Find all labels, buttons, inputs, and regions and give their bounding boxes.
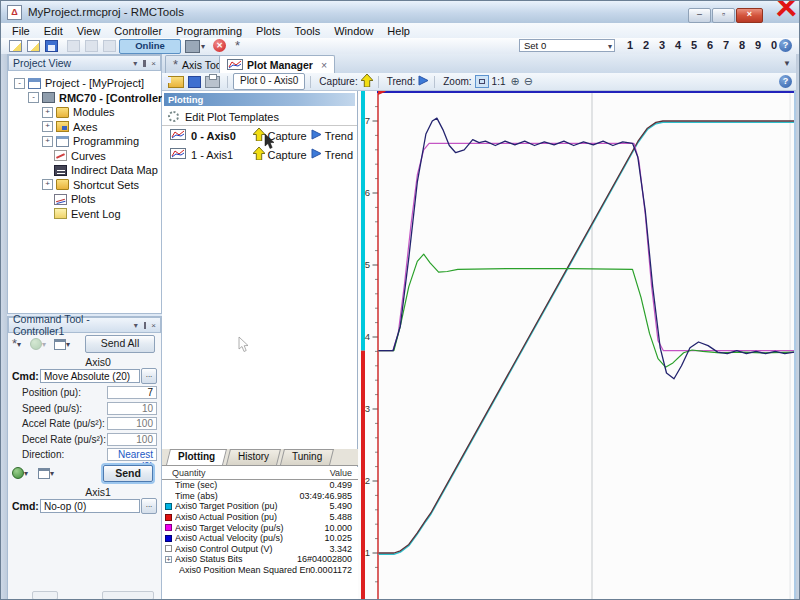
zoom-out-icon[interactable]: ⊖ xyxy=(524,75,533,88)
param-value-field[interactable]: 7 xyxy=(107,386,157,399)
capture-button[interactable]: Capture xyxy=(268,149,307,161)
help-icon[interactable]: ? xyxy=(779,75,792,88)
tree-item-modules[interactable]: +Modules xyxy=(8,105,161,120)
online-orb-icon[interactable] xyxy=(12,467,24,479)
quick-set-6[interactable]: 6 xyxy=(705,39,715,51)
trend-button[interactable]: Trend xyxy=(325,149,353,161)
quick-set-7[interactable]: 7 xyxy=(721,39,731,51)
title-bar[interactable]: Δ MyProject.rmcproj - RMCTools xyxy=(1,1,800,24)
pin-icon[interactable] xyxy=(144,322,147,329)
overlay-close-icon[interactable]: ✕ xyxy=(774,0,799,23)
menu-tools[interactable]: Tools xyxy=(288,25,328,37)
tree-item-curves[interactable]: Curves xyxy=(8,149,161,164)
plot-name[interactable]: 1 - Axis1 xyxy=(191,149,253,161)
menu-window[interactable]: Window xyxy=(327,25,380,37)
trend-icon[interactable] xyxy=(311,148,322,161)
pin-icon[interactable] xyxy=(143,60,146,67)
plot-canvas[interactable]: 1234567 xyxy=(358,91,796,600)
command-window-icon[interactable] xyxy=(54,339,66,350)
go-offline-icon[interactable]: ✕ xyxy=(213,39,226,52)
tab-tuning[interactable]: Tuning xyxy=(280,449,334,465)
tree-expander-icon[interactable]: - xyxy=(14,78,25,89)
tree-expander-icon[interactable]: + xyxy=(42,107,53,118)
tree-item-indirect-data-map[interactable]: Indirect Data Map xyxy=(8,163,161,178)
zoom-fit-button[interactable] xyxy=(475,75,489,88)
quick-set-9[interactable]: 9 xyxy=(753,39,763,51)
panel-menu-icon[interactable]: ▾ xyxy=(134,321,138,330)
panel-close-icon[interactable]: × xyxy=(151,321,156,330)
command-browse-button[interactable]: ... xyxy=(141,498,157,514)
close-button[interactable]: × xyxy=(736,8,763,23)
tree-item-project-myproject[interactable]: -Project - [MyProject] xyxy=(8,76,161,91)
command-tool-titlebar[interactable]: Command Tool - Controller1 ▾ × xyxy=(8,317,161,333)
quick-set-0[interactable]: 0 xyxy=(769,39,779,51)
wizard-icon[interactable]: * xyxy=(235,40,240,52)
edit-plot-templates[interactable]: Edit Plot Templates xyxy=(162,108,357,126)
menu-controller[interactable]: Controller xyxy=(107,25,169,37)
tree-item-axes[interactable]: +Axes xyxy=(8,120,161,135)
quick-set-2[interactable]: 2 xyxy=(641,39,651,51)
axis1-command-select[interactable]: No-op (0) xyxy=(40,499,140,513)
menu-file[interactable]: File xyxy=(5,25,37,37)
menu-help[interactable]: Help xyxy=(380,25,417,37)
tree-expander-icon[interactable]: + xyxy=(42,121,53,132)
chevron-down-icon[interactable]: ▾ xyxy=(608,41,612,53)
chevron-down-icon[interactable]: ▾ xyxy=(50,469,54,478)
maximize-button[interactable]: ▫ xyxy=(712,8,735,23)
command-browse-button[interactable]: ... xyxy=(141,368,157,384)
command-window-icon[interactable] xyxy=(38,468,50,479)
trend-icon[interactable] xyxy=(418,75,429,88)
chevron-down-icon[interactable]: ▾ xyxy=(24,469,28,478)
capture-icon[interactable] xyxy=(253,147,265,162)
plot-select-button[interactable]: Plot 0 - Axis0 xyxy=(233,73,305,90)
tab-plot-manager[interactable]: Plot Manager × xyxy=(219,55,335,74)
quick-set-3[interactable]: 3 xyxy=(657,39,667,51)
param-value-field[interactable]: 100 xyxy=(107,433,157,446)
menu-view[interactable]: View xyxy=(70,25,108,37)
new-project-icon[interactable] xyxy=(9,40,22,52)
command-set-select[interactable]: Set 0 ▾ xyxy=(519,39,615,52)
tree-expander-icon[interactable]: + xyxy=(42,136,53,147)
capture-icon[interactable] xyxy=(361,74,373,89)
send-all-button[interactable]: Send All xyxy=(85,335,155,353)
tree-item-shortcut-sets[interactable]: +Shortcut Sets xyxy=(8,178,161,193)
tab-close-icon[interactable]: × xyxy=(321,59,327,71)
param-value-field[interactable]: 100 xyxy=(107,417,157,430)
plot-name[interactable]: 0 - Axis0 xyxy=(191,130,253,142)
project-view-titlebar[interactable]: Project View ▾ × xyxy=(8,55,161,71)
tab-overflow-icon[interactable]: ▼ xyxy=(783,59,791,68)
zoom-in-icon[interactable]: ⊕ xyxy=(511,75,520,88)
trend-icon[interactable] xyxy=(311,129,322,142)
menu-edit[interactable]: Edit xyxy=(37,25,70,37)
quick-set-5[interactable]: 5 xyxy=(689,39,699,51)
quick-set-4[interactable]: 4 xyxy=(673,39,683,51)
help-icon[interactable]: ? xyxy=(779,39,792,52)
tree-item-rmc70-controller1[interactable]: -RMC70 - [Controller1] xyxy=(8,91,161,106)
tab-history[interactable]: History xyxy=(226,449,281,465)
quick-set-8[interactable]: 8 xyxy=(737,39,747,51)
axis0-command-select[interactable]: Move Absolute (20) xyxy=(40,369,140,383)
quick-set-1[interactable]: 1 xyxy=(625,39,635,51)
print-icon[interactable] xyxy=(205,76,220,88)
open-project-icon[interactable] xyxy=(27,40,40,52)
tree-item-plots[interactable]: Plots xyxy=(8,192,161,207)
save-plot-icon[interactable] xyxy=(188,76,201,88)
tree-item-programming[interactable]: +Programming xyxy=(8,134,161,149)
trend-button[interactable]: Trend xyxy=(325,130,353,142)
param-value-field[interactable]: 10 xyxy=(107,402,157,415)
controller-dropdown-icon[interactable]: ▾ xyxy=(201,42,205,51)
menu-plots[interactable]: Plots xyxy=(249,25,287,37)
send-button[interactable]: Send xyxy=(103,465,153,482)
tree-expander-icon[interactable]: - xyxy=(28,92,39,103)
expand-icon[interactable]: + xyxy=(165,556,172,563)
chevron-down-icon[interactable]: ▾ xyxy=(66,340,70,349)
param-value-field[interactable]: Nearest (0) xyxy=(107,448,157,461)
online-prog-button[interactable]: Online (PROG) xyxy=(119,39,181,54)
controller-icon[interactable] xyxy=(185,40,200,53)
panel-close-icon[interactable]: × xyxy=(151,59,156,68)
menu-programming[interactable]: Programming xyxy=(169,25,249,37)
zoom-ratio-button[interactable]: 1:1 xyxy=(492,76,506,87)
tree-item-event-log[interactable]: Event Log xyxy=(8,207,161,222)
minimize-button[interactable]: – xyxy=(688,8,711,23)
chevron-down-icon[interactable]: ▾ xyxy=(17,340,21,349)
